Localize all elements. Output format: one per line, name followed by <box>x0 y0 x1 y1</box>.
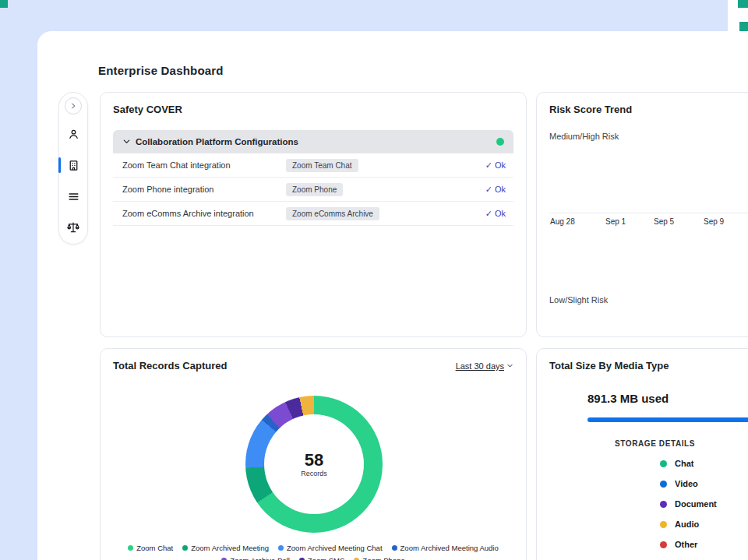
donut-legend-row-1: Zoom Chat Zoom Archived Meeting Zoom Arc… <box>101 544 526 552</box>
sidebar <box>58 92 88 245</box>
risk-x-tick: Aug 28 <box>550 217 575 226</box>
status-badge: ✓ Ok <box>485 185 506 195</box>
menu-lines-icon <box>67 190 80 203</box>
table-row[interactable]: Zoom Phone integration Zoom Phone ✓ Ok <box>113 178 513 202</box>
sidebar-item-compliance[interactable] <box>65 220 81 235</box>
chevron-down-icon <box>122 135 131 149</box>
legend-dot <box>182 545 188 551</box>
records-count-unit: Records <box>301 470 327 477</box>
storage-used-label: 891.3 MB used <box>587 392 669 405</box>
total-size-card: Total Size By Media Type 891.3 MB used S… <box>536 348 748 560</box>
legend-dot <box>660 541 667 548</box>
sidebar-item-list[interactable] <box>65 188 81 204</box>
config-row-tag: Zoom Team Chat <box>286 159 358 172</box>
legend-dot <box>660 460 667 467</box>
chevron-down-icon <box>506 361 513 371</box>
scales-icon <box>66 220 80 234</box>
config-row-tag: Zoom Phone <box>286 183 343 196</box>
legend-item: Zoom Chat <box>128 544 173 552</box>
page-title: Enterprise Dashboard <box>98 64 224 77</box>
safety-cover-card: Safety COVER Collaboration Platform Conf… <box>100 92 527 337</box>
risk-trend-title: Risk Score Trend <box>549 104 632 115</box>
chevron-right-icon <box>69 102 77 110</box>
legend-dot <box>660 501 667 508</box>
config-row-label: Zoom Phone integration <box>113 185 213 194</box>
risk-score-trend-card: Risk Score Trend Medium/High Risk Aug 28… <box>536 92 748 337</box>
risk-x-tick: Sep 9 <box>704 217 724 226</box>
group-status-dot <box>496 138 504 146</box>
list-item: Video <box>660 479 717 488</box>
group-header-label: Collaboration Platform Configurations <box>136 137 298 146</box>
check-icon: ✓ <box>485 185 492 194</box>
risk-x-tick: Sep 1 <box>605 217 626 226</box>
status-badge: ✓ Ok <box>485 209 506 219</box>
sidebar-item-organization[interactable] <box>65 157 81 173</box>
risk-axis-top-label: Medium/High Risk <box>549 132 619 141</box>
table-row[interactable]: Zoom eComms Archive integration Zoom eCo… <box>113 202 513 226</box>
dashboard-sheet: Enterprise Dashboard <box>37 31 748 560</box>
user-icon <box>67 128 80 141</box>
legend-item: Zoom Archived Meeting Chat <box>278 544 383 552</box>
sidebar-item-users[interactable] <box>65 126 81 142</box>
check-icon: ✓ <box>485 209 492 218</box>
config-row-label: Zoom Team Chat integration <box>113 160 231 170</box>
list-item: Other <box>660 540 717 549</box>
check-icon: ✓ <box>485 160 492 170</box>
decor-corner-accent <box>738 0 748 8</box>
records-title: Total Records Captured <box>113 360 227 372</box>
list-item: Audio <box>660 519 717 529</box>
donut-legend-row-2: Zoom Archive Poll Zoom SMS Zoom Phone <box>101 556 526 560</box>
storage-usage-bar <box>587 417 748 422</box>
list-item: Chat <box>660 459 717 468</box>
legend-dot <box>278 545 284 551</box>
collab-config-group-header[interactable]: Collaboration Platform Configurations <box>113 130 513 153</box>
risk-chart-axis-line <box>549 213 748 213</box>
legend-item: Zoom Archived Meeting Audio <box>392 544 499 552</box>
risk-axis-bottom-label: Low/Slight Risk <box>549 295 608 305</box>
legend-item: Zoom Phone <box>354 556 404 560</box>
legend-dot <box>660 481 667 488</box>
legend-item: Zoom Archived Meeting <box>182 544 269 552</box>
status-badge: ✓ Ok <box>485 160 506 171</box>
legend-dot <box>392 545 397 551</box>
risk-x-tick: Sep 5 <box>654 217 674 226</box>
legend-item: Zoom SMS <box>299 556 345 560</box>
legend-dot <box>128 545 133 551</box>
config-row-label: Zoom eComms Archive integration <box>113 209 254 218</box>
legend-item: Zoom Archive Poll <box>221 556 290 560</box>
total-records-card: Total Records Captured Last 30 days 58 R… <box>100 348 527 560</box>
config-rows: Zoom Team Chat integration Zoom Team Cha… <box>113 153 513 226</box>
storage-details-heading: STORAGE DETAILS <box>615 439 695 448</box>
decor-corner-accent <box>0 0 8 8</box>
storage-title: Total Size By Media Type <box>549 360 669 372</box>
config-row-tag: Zoom eComms Archive <box>286 207 379 220</box>
storage-legend: Chat Video Document Audio Other <box>660 459 717 549</box>
sidebar-expand-button[interactable] <box>65 97 82 114</box>
app-window: Enterprise Dashboard <box>0 0 748 560</box>
sidebar-active-indicator <box>58 157 61 173</box>
donut-center-label: 58 Records <box>245 396 383 533</box>
safety-cover-title: Safety COVER <box>113 104 182 115</box>
date-range-filter[interactable]: Last 30 days <box>456 361 513 371</box>
table-row[interactable]: Zoom Team Chat integration Zoom Team Cha… <box>113 153 513 178</box>
records-count: 58 <box>305 451 323 470</box>
building-icon <box>67 159 80 172</box>
list-item: Document <box>660 499 717 509</box>
legend-dot <box>660 521 667 528</box>
